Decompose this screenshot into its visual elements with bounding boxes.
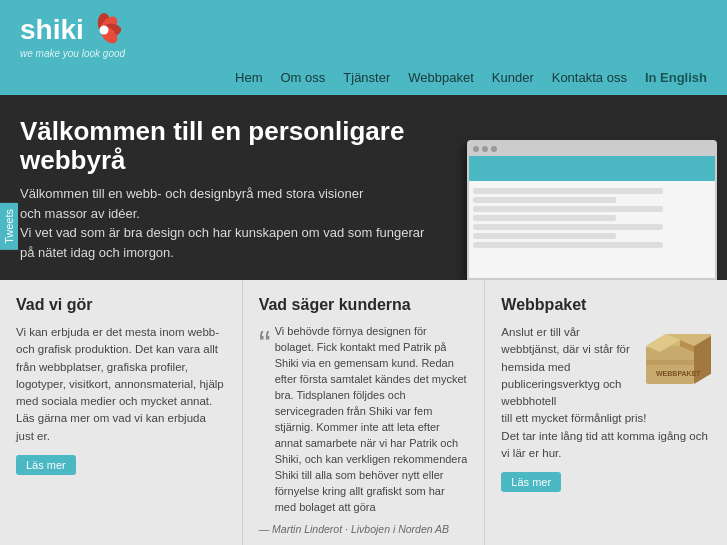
col1-heading: Vad vi gör [16, 296, 226, 314]
hero-heading: Välkommen till en personligare webbyrå [20, 117, 427, 174]
header: shiki we make you look good [0, 0, 727, 70]
col3-heading: Webbpaket [501, 296, 711, 314]
logo-area: shiki we make you look good [20, 12, 125, 59]
hero-body: Välkommen till en webb- och designbyrå m… [20, 184, 427, 262]
logo: shiki [20, 12, 122, 48]
hero-section: Tweets Välkommen till en personligare we… [0, 95, 727, 280]
svg-rect-10 [646, 360, 694, 365]
nav-item-webbpaket[interactable]: Webbpaket [408, 70, 474, 85]
hero-image [447, 95, 727, 280]
browser-screenshot [467, 140, 717, 280]
nav-item-kunder[interactable]: Kunder [492, 70, 534, 85]
col-webbpaket: Webbpaket WEBBPAKET Anslut er till vår w… [485, 280, 727, 545]
nav-item-english[interactable]: In English [645, 70, 707, 85]
columns-section: Vad vi gör Vi kan erbjuda er det mesta i… [0, 280, 727, 545]
quote-mark-icon: “ [259, 332, 271, 357]
hero-text: Välkommen till en personligare webbyrå V… [0, 95, 447, 280]
nav-item-kontakta[interactable]: Kontakta oss [552, 70, 627, 85]
col1-body: Vi kan erbjuda er det mesta inom webb- o… [16, 324, 226, 445]
logo-word: shiki [20, 14, 84, 46]
svg-text:WEBBPAKET: WEBBPAKET [656, 370, 701, 377]
logo-flower-icon [86, 12, 122, 48]
nav-item-tjanster[interactable]: Tjänster [343, 70, 390, 85]
col2-author: — Martin Linderot · Livbojen i Norden AB [259, 523, 469, 535]
webbpaket-box-icon: WEBBPAKET [641, 324, 711, 389]
nav-item-hem[interactable]: Hem [235, 70, 262, 85]
tweets-tab[interactable]: Tweets [0, 203, 18, 250]
col2-heading: Vad säger kunderna [259, 296, 469, 314]
main-nav: Hem Om oss Tjänster Webbpaket Kunder Kon… [0, 70, 727, 95]
logo-tagline: we make you look good [20, 48, 125, 59]
box-svg: WEBBPAKET [641, 324, 711, 389]
col-what-we-do: Vad vi gör Vi kan erbjuda er det mesta i… [0, 280, 243, 545]
col2-quote: Vi behövde förnya designen för bolaget. … [275, 324, 469, 515]
col1-las-mer-button[interactable]: Läs mer [16, 455, 76, 475]
col-customer-says: Vad säger kunderna “ Vi behövde förnya d… [243, 280, 486, 545]
nav-item-omoss[interactable]: Om oss [281, 70, 326, 85]
svg-point-4 [99, 25, 108, 34]
col3-las-mer-button[interactable]: Läs mer [501, 472, 561, 492]
